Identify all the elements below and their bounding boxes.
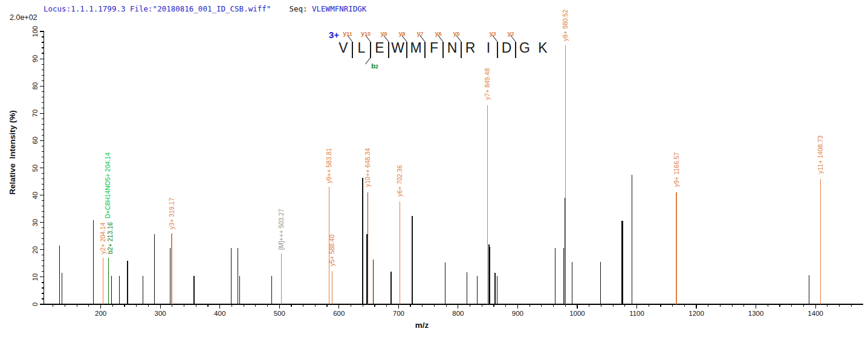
x-tick-minor xyxy=(136,304,137,307)
fragment-divider xyxy=(352,42,352,58)
x-tick-minor xyxy=(530,304,530,307)
y-tick-minor xyxy=(42,108,44,108)
x-tick-minor xyxy=(303,304,303,307)
y-tick-label: 20 xyxy=(31,246,39,253)
y-tick-minor xyxy=(42,206,44,206)
x-tick-major xyxy=(696,304,696,309)
peak xyxy=(170,248,170,304)
x-tick-label: 1300 xyxy=(743,310,769,317)
x-tick-minor xyxy=(410,304,410,307)
x-tick-minor xyxy=(386,304,387,307)
peak xyxy=(412,216,412,304)
x-tick-minor xyxy=(803,304,804,307)
y-tick-minor xyxy=(42,178,44,179)
peak xyxy=(555,248,555,304)
peak xyxy=(93,220,94,304)
y-tick-minor xyxy=(42,146,44,146)
y-tick-label: 60 xyxy=(31,137,39,144)
x-tick-minor xyxy=(315,304,316,307)
x-tick-minor xyxy=(660,304,661,307)
x-tick-label: 300 xyxy=(147,310,173,317)
x-tick-minor xyxy=(53,304,53,307)
y-tick-major xyxy=(40,222,44,223)
peak xyxy=(103,258,103,304)
peak xyxy=(390,272,391,304)
x-axis-title: m/z xyxy=(404,321,440,330)
y-tick-minor xyxy=(42,287,44,288)
y-tick-minor xyxy=(42,211,44,212)
peak xyxy=(477,276,478,304)
y-tick-minor xyxy=(42,91,44,92)
ion-label-y2: y2 xyxy=(502,27,520,38)
x-tick-minor xyxy=(613,304,614,307)
y-tick-minor xyxy=(42,266,44,266)
y-tick-minor xyxy=(42,217,44,217)
peak xyxy=(572,262,572,304)
y-tick-minor xyxy=(42,75,44,76)
precursor-charge-label: 3+ xyxy=(329,30,339,40)
peak xyxy=(565,45,566,304)
x-tick-minor xyxy=(589,304,589,307)
peak xyxy=(62,273,62,304)
y-tick-label: 100 xyxy=(31,26,39,37)
x-tick-label: 500 xyxy=(266,310,293,317)
residue-letter: D xyxy=(497,40,516,56)
peak-label: y11+ 1408.73 xyxy=(817,136,824,174)
peak xyxy=(238,248,238,304)
residue-letter: G xyxy=(516,40,534,56)
x-tick-label: 800 xyxy=(445,310,471,317)
peak xyxy=(59,246,60,304)
spectrum-view: { "header": { "locus_file": "Locus:1.1.1… xyxy=(0,0,868,340)
ion-label-y9: y9 xyxy=(375,27,393,38)
residue-letter: N xyxy=(443,40,461,56)
y-tick-label: 10 xyxy=(31,273,39,281)
peak xyxy=(119,276,120,304)
ion-label-y3: y3 xyxy=(484,27,502,38)
peak xyxy=(497,276,497,304)
x-tick-label: 200 xyxy=(88,310,114,317)
peak xyxy=(171,234,172,304)
y-tick-minor xyxy=(42,53,44,53)
x-tick-major xyxy=(517,304,518,309)
ion-label-y11: y11 xyxy=(338,27,357,38)
ion-label-y5: y5 xyxy=(447,27,465,38)
y-tick-major xyxy=(40,113,44,114)
y-tick-minor xyxy=(42,124,44,125)
x-tick-label: 1100 xyxy=(624,310,650,317)
peak xyxy=(809,275,809,304)
spectrum-plot: Locus:1.1.1.1799.3 File:"20180816_001_ID… xyxy=(0,0,868,340)
residue-letter: K xyxy=(534,40,552,56)
y-tick-minor xyxy=(42,260,44,261)
y-tick-minor xyxy=(42,129,44,130)
x-tick-major xyxy=(577,304,577,309)
y-tick-minor xyxy=(42,244,44,244)
x-axis-line xyxy=(44,304,863,304)
x-tick-minor xyxy=(291,304,291,307)
x-tick-minor xyxy=(732,304,733,307)
x-tick-minor xyxy=(207,304,208,307)
x-tick-minor xyxy=(422,304,423,307)
y-tick-major xyxy=(40,304,44,304)
x-tick-minor xyxy=(77,304,77,307)
peak xyxy=(494,273,495,304)
x-tick-minor xyxy=(601,304,601,307)
peak xyxy=(621,221,623,304)
x-tick-minor xyxy=(791,304,792,307)
ion-label-b2: b2 xyxy=(366,60,384,71)
x-tick-label: 700 xyxy=(385,310,412,317)
peak-label: [M]+++ 503.27 xyxy=(277,209,285,250)
peak xyxy=(490,247,490,304)
x-tick-minor xyxy=(482,304,482,307)
fragment-divider xyxy=(461,42,461,58)
peak-label: y2+ 204.14 xyxy=(99,223,106,254)
peak xyxy=(373,260,374,304)
x-tick-minor xyxy=(374,304,375,307)
x-tick-minor xyxy=(553,304,554,307)
x-tick-minor xyxy=(196,304,196,307)
locus-file-text: Locus:1.1.1.1799.3 File:"20180816_001_ID… xyxy=(44,4,271,13)
x-tick-major xyxy=(636,304,637,309)
residue-letter: W xyxy=(389,40,407,56)
x-tick-minor xyxy=(255,304,256,307)
x-tick-major xyxy=(338,304,339,309)
peak-label: y9+ 1166.57 xyxy=(673,152,680,187)
